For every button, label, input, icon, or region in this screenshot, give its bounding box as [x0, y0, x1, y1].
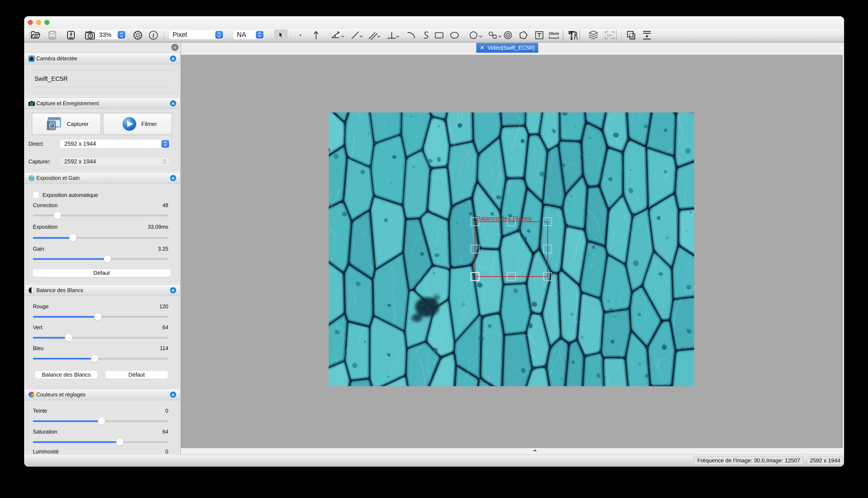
svg-text:10um: 10um: [548, 31, 559, 36]
svg-text:csv: csv: [607, 34, 612, 37]
svg-text:Balance des Blancs: Balance des Blancs: [476, 215, 532, 222]
svg-text:i: i: [153, 31, 154, 39]
